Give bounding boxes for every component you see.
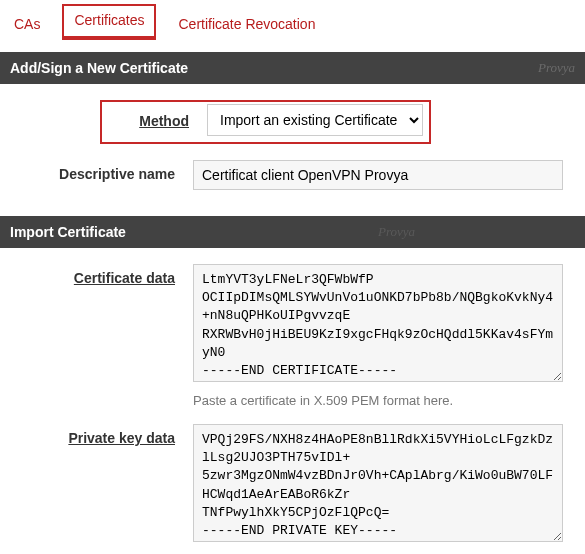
watermark-icon: Provya <box>378 224 415 240</box>
cert-control-wrap: Paste a certificate in X.509 PEM format … <box>193 264 575 408</box>
key-label: Private key data <box>10 424 175 446</box>
name-label: Descriptive name <box>10 160 175 182</box>
cert-textarea[interactable] <box>193 264 563 382</box>
row-method: Method Import an existing Certificate <box>0 84 585 144</box>
panel-import-header: Import Certificate Provya <box>0 216 585 248</box>
tab-revocation[interactable]: Certificate Revocation <box>168 10 325 40</box>
row-name: Descriptive name <box>0 144 585 190</box>
key-textarea[interactable] <box>193 424 563 542</box>
cert-help: Paste a certificate in X.509 PEM format … <box>193 393 575 408</box>
method-control-wrap: Import an existing Certificate <box>207 104 423 136</box>
method-label: Method <box>104 111 189 129</box>
panel-add-sign-body: Method Import an existing Certificate De… <box>0 84 585 204</box>
watermark-icon: Provya <box>538 60 575 76</box>
tabs-bar: CAs Certificates Certificate Revocation <box>0 0 585 40</box>
tab-cas[interactable]: CAs <box>4 10 50 40</box>
row-cert: Certificate data Paste a certificate in … <box>0 248 585 408</box>
cert-label: Certificate data <box>10 264 175 286</box>
name-control-wrap <box>193 160 575 190</box>
panel-import-title: Import Certificate <box>10 224 126 240</box>
row-key: Private key data Provya Paste a private … <box>0 408 585 554</box>
panel-add-sign-header: Add/Sign a New Certificate Provya <box>0 52 585 84</box>
name-input[interactable] <box>193 160 563 190</box>
panel-import-body: Certificate data Paste a certificate in … <box>0 248 585 554</box>
panel-add-sign-title: Add/Sign a New Certificate <box>10 60 188 76</box>
key-control-wrap: Provya Paste a private key in X.509 PEM … <box>193 424 575 554</box>
tab-certificates[interactable]: Certificates <box>62 4 156 40</box>
method-select[interactable]: Import an existing Certificate <box>207 104 423 136</box>
method-highlight: Method Import an existing Certificate <box>100 100 431 144</box>
